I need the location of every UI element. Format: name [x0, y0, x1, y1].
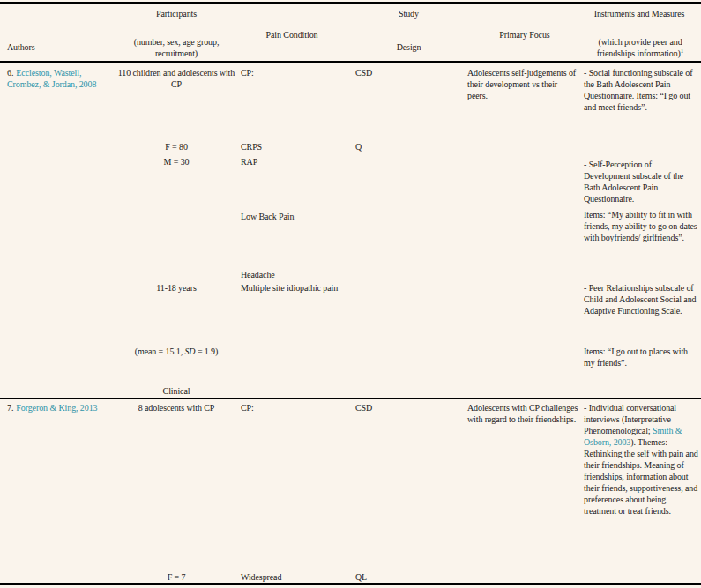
mean-text-pre: (mean = 15.1,: [135, 346, 185, 356]
pain-condition-rap: RAP: [241, 156, 257, 167]
instruments-sub-text: (which provide peer and friendships info…: [597, 37, 682, 58]
citation-link-eccleston-2008[interactable]: Eccleston, Wastell, Crombez, & Jordan, 2…: [7, 68, 96, 89]
column-group-instruments: Instruments and Measures: [578, 8, 701, 19]
table-row-6-authors-cell: 6.Eccleston, Wastell, Crombez, & Jordan,…: [7, 67, 106, 90]
pain-condition-cp: CP:: [241, 402, 254, 413]
study-design-ql: QL: [355, 571, 367, 583]
header-bottom-rule: [0, 61, 701, 63]
instrument-text-post: ). Themes: Rethinking the self with pain…: [584, 437, 698, 516]
instruments-footnote-mark: 1: [681, 48, 683, 55]
pain-condition-widespread: Widespread: [241, 571, 281, 583]
column-group-study: Study: [350, 8, 467, 19]
instrument-social-functioning: - Social functioning subscale of the Bat…: [584, 67, 699, 113]
participants-count: 110 children and adolescents with CP: [117, 67, 235, 90]
primary-focus-text: Adolescents with CP challenges with rega…: [467, 402, 578, 425]
pain-condition-cp: CP:: [241, 67, 254, 78]
citation-link-forgeron-2013[interactable]: Forgeron & King, 2013: [16, 403, 97, 413]
participants-male-count: M = 30: [117, 156, 235, 167]
instrument-interviews: - Individual conversational interviews (…: [584, 402, 699, 517]
column-header-pain-condition: Pain Condition: [234, 29, 350, 41]
study-number: 6.: [7, 68, 13, 78]
row-separator-rule: [0, 398, 701, 399]
column-group-participants: Participants: [119, 8, 234, 19]
participants-age-mean: (mean = 15.1, SD = 1.9): [117, 346, 235, 357]
primary-focus-text: Adolescents self-judgements of their dev…: [467, 67, 578, 101]
study-design-csd: CSD: [355, 67, 372, 78]
participants-female-count: F = 80: [117, 141, 235, 153]
table-top-rule: [0, 2, 701, 4]
column-header-primary-focus: Primary Focus: [467, 29, 582, 41]
instrument-self-perception: - Self-Perception of Development subscal…: [584, 159, 699, 205]
sd-label: SD: [184, 346, 195, 356]
participants-count: 8 adolescents with CP: [117, 402, 235, 413]
column-header-authors: Authors: [7, 41, 35, 53]
table-row-7-authors-cell: 7.Forgeron & King, 2013: [7, 402, 122, 413]
pain-condition-multiple-site: Multiple site idiopathic pain: [241, 282, 338, 294]
instruments-group-rule: [582, 26, 701, 26]
mean-text-post: = 1.9): [195, 346, 218, 356]
systematic-review-table-page: Participants Study Instruments and Measu…: [0, 0, 701, 588]
study-design-q: Q: [355, 141, 362, 153]
instrument-items-fit-in: Items: “My ability to fit in with friend…: [584, 209, 699, 243]
pain-condition-crps: CRPS: [241, 141, 262, 153]
instrument-peer-relationships: - Peer Relationships subscale of Child a…: [584, 282, 699, 316]
study-number: 7.: [7, 403, 13, 413]
study-group-rule: [350, 26, 467, 26]
participants-age-range: 11-18 years: [117, 282, 235, 294]
pain-condition-headache: Headache: [241, 269, 275, 280]
table-bottom-rule: [0, 583, 701, 585]
participants-recruitment: Clinical: [117, 385, 235, 397]
participants-female-count: F = 7: [117, 571, 235, 583]
participants-group-rule: [0, 26, 235, 26]
column-header-design: Design: [350, 41, 467, 53]
pain-condition-low-back: Low Back Pain: [241, 211, 294, 222]
study-design-csd: CSD: [355, 402, 372, 413]
instrument-items-go-out: Items: “I go out to places with my frien…: [584, 346, 699, 368]
column-header-participants-sub: (number, sex, age group, recruitment): [117, 36, 235, 59]
column-header-instruments-sub: (which provide peer and friendships info…: [580, 36, 700, 59]
